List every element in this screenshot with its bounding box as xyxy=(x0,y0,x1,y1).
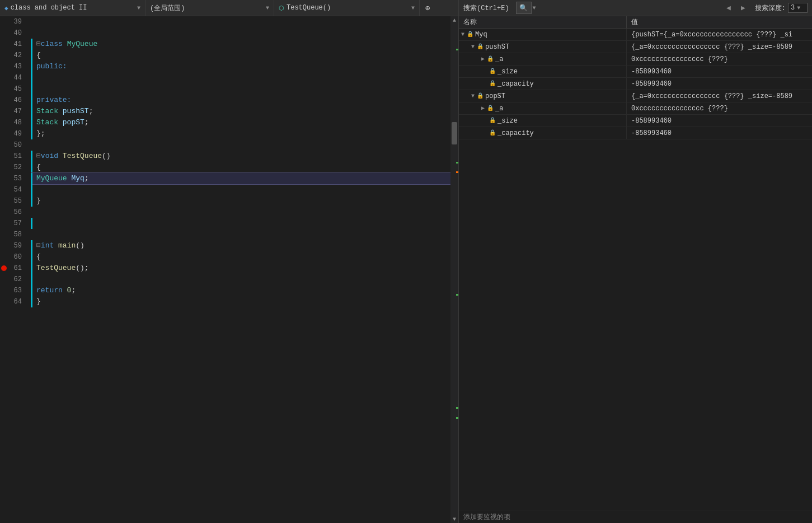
line-number-47[interactable]: 47 xyxy=(0,106,26,117)
code-line-50 xyxy=(31,139,450,151)
watch-cell-name-pushst-size: 🔒_size xyxy=(459,66,627,78)
line-bar-44 xyxy=(31,72,32,83)
watch-cell-value-pushst-capacity: -858993460 xyxy=(627,78,812,90)
line-number-48[interactable]: 48 xyxy=(0,117,26,128)
watch-row-pushst-a[interactable]: ▶🔒_a0xcccccccccccccccc {???} xyxy=(459,53,812,66)
line-number-61[interactable]: 61 xyxy=(0,263,26,274)
watch-row-popst[interactable]: ▼🔒popST{_a=0xcccccccccccccccc {???} _siz… xyxy=(459,90,812,102)
depth-label: 搜索深度: xyxy=(755,3,786,13)
lock-icon-pushst-a: 🔒 xyxy=(487,53,494,66)
file-dropdown-arrow[interactable]: ▼ xyxy=(137,5,140,11)
line-number-51[interactable]: 51 xyxy=(0,151,26,162)
toolbar-left: ◆ class and object II ▼ (全局范围) ▼ ⬡ TestQ… xyxy=(0,0,459,16)
watch-row-pushst-size[interactable]: 🔒_size-858993460 xyxy=(459,66,812,78)
add-watch-label[interactable]: 添加要监视的项 xyxy=(459,511,812,523)
code-line-59: ⊟int main() xyxy=(31,240,450,251)
token-var: pushST xyxy=(63,107,89,115)
line-bar-53 xyxy=(31,173,32,184)
token-type: MyQueue xyxy=(36,174,71,183)
func-dropdown[interactable]: ⬡ TestQueue() ▼ xyxy=(274,0,420,16)
line-number-53[interactable]: 53 xyxy=(0,173,26,184)
nav-fwd-btn[interactable]: ▶ xyxy=(737,2,749,14)
search-dropdown-arrow[interactable]: ▼ xyxy=(533,5,536,11)
token-func-name: TestQueue xyxy=(36,264,76,272)
watch-cell-name-myq: ▼🔒Myq xyxy=(459,29,627,41)
line-number-59[interactable]: 59 xyxy=(0,240,26,251)
add-watch-btn[interactable]: ⊕ xyxy=(420,0,435,16)
watch-cell-name-pushst: ▼🔒pushST xyxy=(459,41,627,53)
token-punct: { xyxy=(36,51,41,59)
line-number-58[interactable]: 58 xyxy=(0,229,26,240)
line-number-55[interactable]: 55 xyxy=(0,195,26,207)
code-line-60: { xyxy=(31,251,450,263)
search-button[interactable]: 🔍 xyxy=(516,2,532,14)
watch-name-text-myq: Myq xyxy=(475,29,487,41)
func-icon: ⬡ xyxy=(279,4,284,12)
watch-col-value: 值 xyxy=(627,16,812,29)
line-bar-52 xyxy=(31,162,32,173)
code-line-41: ⊟class MyQueue xyxy=(31,39,450,50)
watch-table: 名称 值 ▼🔒Myq{pushST={_a=0xcccccccccccccccc… xyxy=(459,16,812,511)
watch-cell-value-popst-size: -858993460 xyxy=(627,115,812,127)
line-number-49[interactable]: 49 xyxy=(0,128,26,139)
line-number-52[interactable]: 52 xyxy=(0,162,26,173)
line-number-43[interactable]: 43 xyxy=(0,61,26,72)
line-number-62[interactable]: 62 xyxy=(0,274,26,285)
line-number-60[interactable]: 60 xyxy=(0,251,26,263)
scroll-thumb[interactable] xyxy=(452,122,457,144)
line-number-39[interactable]: 39 xyxy=(0,16,26,27)
token-punct: { xyxy=(36,163,41,171)
nav-back-btn[interactable]: ◀ xyxy=(722,2,735,14)
toolbar-file[interactable]: ◆ class and object II ▼ xyxy=(0,0,145,16)
watch-row-popst-a[interactable]: ▶🔒_a0xcccccccccccccccc {???} xyxy=(459,102,812,115)
expand-icon-popst[interactable]: ▼ xyxy=(471,90,475,102)
scroll-indicator xyxy=(456,407,458,409)
line-number-57[interactable]: 57 xyxy=(0,218,26,229)
watch-cell-name-pushst-capacity: 🔒_capacity xyxy=(459,78,627,90)
line-number-41[interactable]: 41 xyxy=(0,39,26,50)
scope-dropdown-arrow[interactable]: ▼ xyxy=(266,5,269,11)
scroll-up-arrow[interactable]: ▲ xyxy=(450,16,458,24)
line-number-40[interactable]: 40 xyxy=(0,27,26,39)
watch-cell-name-popst-a: ▶🔒_a xyxy=(459,102,627,115)
code-panel: 3940414243444546474849505152535455565758… xyxy=(0,16,459,523)
line-number-50[interactable]: 50 xyxy=(0,139,26,151)
line-number-44[interactable]: 44 xyxy=(0,72,26,83)
line-number-56[interactable]: 56 xyxy=(0,207,26,218)
line-number-54[interactable]: 54 xyxy=(0,184,26,195)
token-var: Myq xyxy=(71,174,84,183)
lock-icon-pushst: 🔒 xyxy=(477,41,484,53)
watch-row-popst-capacity[interactable]: 🔒_capacity-858993460 xyxy=(459,127,812,139)
code-lines: ⊟class MyQueue{public: private:Stack pus… xyxy=(31,16,450,307)
scroll-indicator xyxy=(456,294,458,296)
expand-icon-popst-a[interactable]: ▶ xyxy=(481,102,485,115)
func-dropdown-arrow[interactable]: ▼ xyxy=(411,5,415,11)
line-number-64[interactable]: 64 xyxy=(0,296,26,307)
line-number-63[interactable]: 63 xyxy=(0,285,26,296)
watch-name-text-popst-size: _size xyxy=(497,115,518,127)
line-bar-55 xyxy=(31,195,32,207)
expand-icon-pushst-a[interactable]: ▶ xyxy=(481,53,485,66)
code-line-39 xyxy=(31,16,450,27)
depth-value[interactable]: 3 ▼ xyxy=(788,3,808,13)
scrollbar[interactable]: ▲ ▼ xyxy=(450,16,458,523)
expand-icon-pushst[interactable]: ▼ xyxy=(471,41,475,53)
line-number-46[interactable]: 46 xyxy=(0,95,26,106)
line-bar-60 xyxy=(31,251,32,263)
watch-row-pushst[interactable]: ▼🔒pushST{_a=0xcccccccccccccccc {???} _si… xyxy=(459,41,812,53)
scroll-down-arrow[interactable]: ▼ xyxy=(450,515,458,523)
line-number-45[interactable]: 45 xyxy=(0,83,26,95)
watch-row-popst-size[interactable]: 🔒_size-858993460 xyxy=(459,115,812,127)
scope-dropdown[interactable]: (全局范围) ▼ xyxy=(145,0,274,16)
token-punct: ; xyxy=(85,118,89,127)
code-line-46: private: xyxy=(31,95,450,106)
watch-row-myq[interactable]: ▼🔒Myq{pushST={_a=0xcccccccccccccccc {???… xyxy=(459,29,812,41)
line-bar-48 xyxy=(31,117,32,128)
watch-row-pushst-capacity[interactable]: 🔒_capacity-858993460 xyxy=(459,78,812,90)
code-line-53: ▶MyQueue Myq; xyxy=(31,173,450,184)
line-number-42[interactable]: 42 xyxy=(0,50,26,61)
depth-dropdown-arrow[interactable]: ▼ xyxy=(797,5,800,11)
line-bar-54 xyxy=(31,184,32,195)
code-line-63: return 0; xyxy=(31,285,450,296)
expand-icon-myq[interactable]: ▼ xyxy=(461,29,464,41)
